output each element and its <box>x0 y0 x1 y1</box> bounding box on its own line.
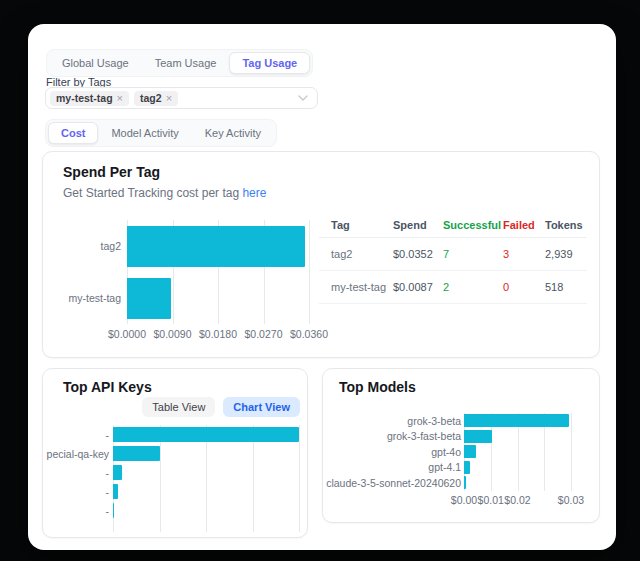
top-models-chart: grok-3-betagrok-3-fast-betagpt-4ogpt-4.1… <box>333 413 571 517</box>
bar <box>113 503 114 518</box>
top-models-title: Top Models <box>339 379 416 395</box>
table-cell: 3 <box>503 248 545 260</box>
column-header: Failed <box>503 219 545 231</box>
table-cell: 2,939 <box>545 248 587 260</box>
spend-table-header-row: TagSpendSuccessfulFailedTokens <box>319 212 587 238</box>
spend-table-body: tag2$0.0352732,939my-test-tag$0.00872051… <box>319 238 587 304</box>
bar <box>464 445 476 458</box>
bar <box>464 414 569 427</box>
top-api-keys-card: Top API Keys Table View Chart View -peci… <box>42 368 308 538</box>
bar-row <box>127 220 309 272</box>
bar <box>464 461 470 474</box>
table-cell: my-test-tag <box>331 281 393 293</box>
tab-tag-usage[interactable]: Tag Usage <box>229 52 310 74</box>
plot-area <box>464 413 571 491</box>
table-row: my-test-tag$0.008720518 <box>319 271 587 304</box>
bar-row <box>464 475 571 491</box>
bar-row <box>464 413 571 429</box>
bar-row <box>464 429 571 445</box>
bar-row <box>113 482 299 501</box>
spend-table: TagSpendSuccessfulFailedTokens tag2$0.03… <box>319 212 587 304</box>
y-axis-category-label: - <box>106 501 110 520</box>
top-api-keys-title: Top API Keys <box>63 379 152 395</box>
here-link[interactable]: here <box>242 186 266 200</box>
table-cell: tag2 <box>331 248 393 260</box>
bar <box>127 278 171 319</box>
y-axis-category-label: pecial-qa-key <box>47 444 109 463</box>
tag-chip-label: my-test-tag <box>56 93 113 104</box>
tab-cost[interactable]: Cost <box>48 122 98 144</box>
chart-view-button[interactable]: Chart View <box>223 397 300 417</box>
bar <box>127 226 305 267</box>
gridline <box>299 425 300 532</box>
top-api-keys-chart: -pecial-qa-key--- <box>55 425 301 535</box>
bar <box>113 427 299 442</box>
bar <box>113 484 118 499</box>
column-header: Tokens <box>545 219 587 231</box>
x-axis-labels: $0.0000$0.0090$0.0180$0.0270$0.0360 <box>127 328 309 342</box>
remove-tag-icon[interactable]: × <box>117 93 123 104</box>
plot-area <box>127 220 309 324</box>
chevron-down-icon <box>298 95 308 101</box>
bar-row <box>113 425 299 444</box>
y-axis-category-label: gpt-4o <box>431 444 461 460</box>
column-header: Successful <box>443 219 503 231</box>
usage-scope-tabs: Global Usage Team Usage Tag Usage <box>46 49 313 77</box>
x-axis-tick-label: $0.01 <box>478 494 504 506</box>
tab-model-activity[interactable]: Model Activity <box>98 122 191 144</box>
x-axis-tick-label: $0.0180 <box>199 328 237 340</box>
column-header: Tag <box>331 219 393 231</box>
gridline <box>571 413 572 491</box>
bar <box>464 476 466 489</box>
bar-row <box>113 444 299 463</box>
table-cell: 0 <box>503 281 545 293</box>
column-header: Spend <box>393 219 443 231</box>
plot-area <box>113 425 299 532</box>
y-axis-labels: -pecial-qa-key--- <box>55 425 109 520</box>
tag-chip: my-test-tag × <box>50 91 129 106</box>
bar-row <box>127 272 309 324</box>
table-view-button[interactable]: Table View <box>142 397 215 417</box>
spend-per-tag-card: Spend Per Tag Get Started Tracking cost … <box>42 151 600 358</box>
y-axis-category-label: - <box>106 425 110 444</box>
table-cell: 518 <box>545 281 587 293</box>
x-axis-tick-label: $0.02 <box>504 494 530 506</box>
tag-chip: tag2 × <box>134 91 178 106</box>
tab-team-usage[interactable]: Team Usage <box>142 52 230 74</box>
x-axis-tick-label: $0.0090 <box>154 328 192 340</box>
dashboard-panel: Global Usage Team Usage Tag Usage Filter… <box>28 24 616 550</box>
bar-row <box>113 463 299 482</box>
x-axis-tick-label: $0.0000 <box>108 328 146 340</box>
y-axis-category-label: tag2 <box>101 220 121 272</box>
table-row: tag2$0.0352732,939 <box>319 238 587 271</box>
y-axis-category-label: my-test-tag <box>68 272 121 324</box>
tab-key-activity[interactable]: Key Activity <box>192 122 274 144</box>
y-axis-category-label: gpt-4.1 <box>428 460 461 476</box>
gridline <box>309 220 310 324</box>
spend-per-tag-title: Spend Per Tag <box>63 164 160 180</box>
view-toggle: Table View Chart View <box>142 397 300 417</box>
tab-global-usage[interactable]: Global Usage <box>49 52 142 74</box>
x-axis-tick-label: $0.03 <box>558 494 584 506</box>
table-cell: $0.0087 <box>393 281 443 293</box>
y-axis-category-label: grok-3-beta <box>407 413 461 429</box>
y-axis-category-label: grok-3-fast-beta <box>387 429 461 445</box>
y-axis-labels: grok-3-betagrok-3-fast-betagpt-4ogpt-4.1… <box>333 413 461 491</box>
spend-per-tag-chart: tag2my-test-tag $0.0000$0.0090$0.0180$0.… <box>63 220 333 342</box>
table-cell: 2 <box>443 281 503 293</box>
bar <box>464 430 492 443</box>
table-cell: $0.0352 <box>393 248 443 260</box>
bar <box>113 465 122 480</box>
x-axis-tick-label: $0.00 <box>451 494 477 506</box>
y-axis-labels: tag2my-test-tag <box>63 220 121 324</box>
remove-tag-icon[interactable]: × <box>166 93 172 104</box>
bar-row <box>113 501 299 520</box>
subtitle-text: Get Started Tracking cost per tag <box>63 186 242 200</box>
y-axis-category-label: - <box>106 463 110 482</box>
y-axis-category-label: claude-3-5-sonnet-20240620 <box>326 475 461 491</box>
x-axis-tick-label: $0.0270 <box>245 328 283 340</box>
x-axis-tick-label: $0.0360 <box>290 328 328 340</box>
tag-filter-select[interactable]: my-test-tag × tag2 × <box>45 87 318 109</box>
top-models-card: Top Models grok-3-betagrok-3-fast-betagp… <box>322 368 600 523</box>
tag-chip-label: tag2 <box>140 93 162 104</box>
